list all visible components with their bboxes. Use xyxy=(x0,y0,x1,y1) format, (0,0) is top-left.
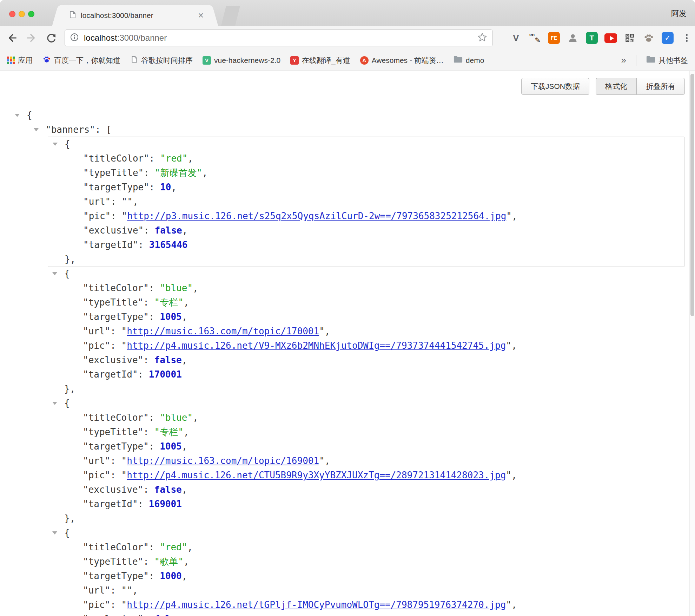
json-punctuation: , xyxy=(184,556,189,567)
json-punctuation: ", xyxy=(506,211,517,221)
json-key: "titleColor" xyxy=(83,153,149,164)
other-bookmarks-button[interactable]: 其他书签 xyxy=(646,55,688,65)
youtube-extension-icon[interactable] xyxy=(604,32,617,44)
qrcode-extension-icon[interactable] xyxy=(623,32,636,44)
json-key: "targetId" xyxy=(83,369,138,380)
extension-icons-row: V en✎ FE T ✓ xyxy=(510,31,693,45)
url-host: localhost xyxy=(84,33,117,42)
json-string-value: "专栏" xyxy=(154,427,184,437)
people-extension-icon[interactable] xyxy=(567,32,579,44)
json-url-link[interactable]: http://p3.music.126.net/s25q2x5QyqsAzilC… xyxy=(127,211,506,221)
tab-title: localhost:3000/banner xyxy=(81,11,194,20)
bookmark-vue-hackernews[interactable]: V vue-hackernews-2.0 xyxy=(203,56,280,65)
address-bar[interactable]: localhost:3000/banner xyxy=(65,30,493,46)
profile-name[interactable]: 阿发 xyxy=(671,8,687,19)
json-url-link[interactable]: http://music.163.com/m/topic/170001 xyxy=(127,326,319,336)
bookmark-apps[interactable]: 应用 xyxy=(7,55,33,65)
json-punctuation: : xyxy=(138,369,149,380)
json-punctuation: ", xyxy=(319,456,330,466)
translate-extension-icon[interactable]: en✎ xyxy=(529,32,541,44)
active-tab[interactable]: localhost:3000/banner × xyxy=(60,5,210,26)
json-string-value: "red" xyxy=(160,542,187,552)
new-tab-button[interactable] xyxy=(221,6,240,26)
json-punctuation: { xyxy=(65,139,70,149)
collapse-toggle-icon[interactable] xyxy=(52,272,57,275)
browser-menu-button[interactable] xyxy=(680,32,693,44)
json-punctuation: : xyxy=(149,283,160,293)
scrollbar-track[interactable] xyxy=(689,71,695,616)
json-key: "titleColor" xyxy=(83,542,149,552)
json-url-link[interactable]: http://p4.music.126.net/tGPljf-IMOCyPvum… xyxy=(127,599,506,610)
json-url-link[interactable]: http://p4.music.126.net/CTU5B9R9y3XyYBZX… xyxy=(127,470,506,480)
site-info-icon[interactable] xyxy=(70,33,79,43)
json-punctuation: : xyxy=(143,427,154,437)
json-line: "targetType": 1005, xyxy=(48,310,684,324)
security-shield-extension-icon[interactable]: ✓ xyxy=(661,32,674,44)
format-button[interactable]: 格式化 xyxy=(596,78,637,95)
json-punctuation: ", xyxy=(506,470,517,480)
tampermonkey-extension-icon[interactable]: T xyxy=(585,32,598,44)
json-object: {"titleColor": "blue","typeTitle": "专栏",… xyxy=(48,267,684,396)
bookmark-awesomes[interactable]: A Awesomes - 前端资… xyxy=(360,55,444,65)
minimize-window-button[interactable] xyxy=(19,11,25,17)
json-punctuation: : " xyxy=(110,456,127,466)
paw-extension-icon[interactable] xyxy=(642,32,655,44)
json-key: "url" xyxy=(83,326,110,336)
json-key: "typeTitle" xyxy=(83,556,143,567)
json-line: { xyxy=(48,267,684,281)
bookmark-star-icon[interactable] xyxy=(477,32,488,44)
vimium-extension-icon[interactable]: V xyxy=(510,32,522,44)
json-line: "pic": "http://p3.music.126.net/s25q2x5Q… xyxy=(48,209,684,223)
json-punctuation: : " xyxy=(111,211,127,221)
json-url-link[interactable]: http://p4.music.126.net/V9-MXz6b2MNhEKju… xyxy=(127,340,506,351)
json-line: { xyxy=(48,396,684,411)
bookmark-google-sort[interactable]: 谷歌按时间排序 xyxy=(130,55,193,65)
json-punctuation: : " xyxy=(110,326,127,336)
bookmarks-overflow-chevron[interactable]: » xyxy=(621,55,626,66)
fehelper-extension-icon[interactable]: FE xyxy=(548,32,560,44)
tab-close-icon[interactable]: × xyxy=(198,11,204,20)
bookmark-baidu[interactable]: 百度一下，你就知道 xyxy=(42,55,120,65)
json-number-value: 10 xyxy=(160,182,171,192)
collapse-toggle-icon[interactable] xyxy=(34,128,39,131)
page-toolbar: 下载JSON数据 格式化 折叠所有 xyxy=(521,78,685,95)
json-punctuation: : xyxy=(149,153,160,164)
collapse-all-button[interactable]: 折叠所有 xyxy=(637,78,685,95)
maximize-window-button[interactable] xyxy=(28,11,34,17)
json-line: "targetType": 10, xyxy=(48,180,684,195)
scrollbar-thumb[interactable] xyxy=(690,74,694,316)
json-punctuation: : xyxy=(149,182,160,192)
download-json-button[interactable]: 下载JSON数据 xyxy=(521,78,589,95)
json-punctuation: : " xyxy=(110,599,127,610)
collapse-toggle-icon[interactable] xyxy=(15,114,20,117)
json-punctuation: : xyxy=(143,297,154,308)
forward-button[interactable] xyxy=(25,31,39,45)
collapse-toggle-icon[interactable] xyxy=(52,402,57,405)
back-button[interactable] xyxy=(5,31,19,45)
json-number-value: 169001 xyxy=(149,499,182,509)
reload-button[interactable] xyxy=(44,31,58,45)
bookmark-folder-demo[interactable]: demo xyxy=(454,55,484,65)
json-key: "exclusive" xyxy=(83,614,143,616)
json-string-value: "歌单" xyxy=(154,556,184,567)
json-key: "pic" xyxy=(83,470,110,480)
close-window-button[interactable] xyxy=(9,11,15,17)
json-key: "titleColor" xyxy=(83,412,149,423)
json-key: "url" xyxy=(83,456,110,466)
json-url-link[interactable]: http://music.163.com/m/topic/169001 xyxy=(127,456,319,466)
json-line: "titleColor": "red", xyxy=(48,540,684,555)
bookmark-youdao-translate[interactable]: Y 在线翻译_有道 xyxy=(290,55,350,65)
json-line: "pic": "http://p4.music.126.net/V9-MXz6b… xyxy=(48,339,684,353)
collapse-toggle-icon[interactable] xyxy=(53,143,58,146)
page-favicon-icon xyxy=(68,11,77,20)
url-text[interactable]: localhost:3000/banner xyxy=(84,33,477,43)
collapse-toggle-icon[interactable] xyxy=(52,531,57,535)
json-punctuation: , xyxy=(182,312,187,322)
youdao-icon: Y xyxy=(290,56,299,65)
json-key: "exclusive" xyxy=(83,355,143,365)
json-punctuation: : xyxy=(138,499,149,509)
json-punctuation: , xyxy=(184,297,189,308)
json-key: "exclusive" xyxy=(83,484,143,495)
page-icon xyxy=(130,55,138,65)
bookmarks-bar: 应用 百度一下，你就知道 谷歌按时间排序 V vue-hackernews-2.… xyxy=(0,50,695,71)
